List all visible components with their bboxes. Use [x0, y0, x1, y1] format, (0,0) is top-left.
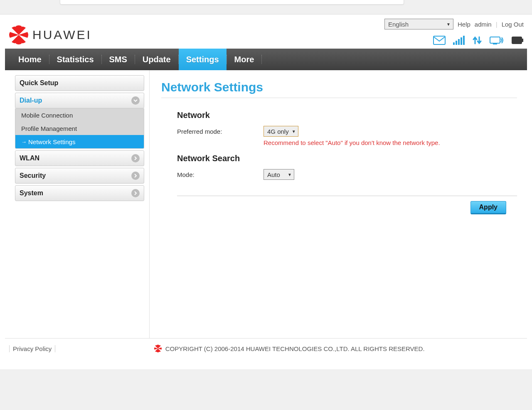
- nav-statistics[interactable]: Statistics: [49, 49, 101, 70]
- nav-update[interactable]: Update: [135, 49, 178, 70]
- sidebar-wlan[interactable]: WLAN: [15, 150, 144, 166]
- sidebar-dialup[interactable]: Dial-up: [15, 93, 144, 108]
- nav-more[interactable]: More: [227, 49, 262, 70]
- sidebar-security[interactable]: Security: [15, 168, 144, 184]
- nav-home[interactable]: Home: [11, 49, 49, 70]
- apply-button[interactable]: Apply: [470, 201, 506, 214]
- svg-rect-6: [490, 37, 500, 43]
- chevron-right-icon: [131, 154, 140, 162]
- sidebar-system[interactable]: System: [15, 185, 144, 201]
- signal-icon: [453, 36, 465, 45]
- language-value: English: [388, 21, 409, 28]
- brand-logo: HUAWEI: [8, 25, 92, 45]
- preferred-mode-label: Preferred mode:: [177, 128, 264, 135]
- huawei-logo-icon: [8, 25, 29, 45]
- svg-rect-1: [453, 42, 455, 45]
- main-nav: Home Statistics SMS Update Settings More: [5, 49, 527, 70]
- help-link[interactable]: Help: [458, 21, 470, 28]
- huawei-logo-icon: [154, 344, 162, 353]
- language-select[interactable]: English: [384, 19, 453, 29]
- sidebar-mobile-connection[interactable]: Mobile Connection: [15, 108, 144, 122]
- privacy-policy-link[interactable]: Privacy Policy: [9, 345, 55, 352]
- svg-rect-2: [456, 41, 457, 45]
- sidebar-network-settings[interactable]: Network Settings: [15, 135, 144, 148]
- sidebar-label: Quick Setup: [20, 79, 58, 87]
- network-search-section-title: Network Search: [177, 154, 517, 163]
- svg-rect-7: [493, 44, 497, 44]
- mode-value: Auto: [267, 171, 280, 178]
- svg-rect-9: [513, 38, 521, 43]
- header: HUAWEI English Help admin | Log Out: [0, 14, 532, 49]
- sidebar-profile-management[interactable]: Profile Management: [15, 122, 144, 135]
- logout-link[interactable]: Log Out: [502, 21, 524, 28]
- browser-omnibox[interactable]: [60, 0, 404, 5]
- data-transfer-icon: [472, 35, 482, 45]
- user-label: admin: [475, 21, 492, 28]
- chevron-down-icon: [131, 96, 140, 105]
- preferred-mode-hint: Recommend to select "Auto" if you don't …: [264, 139, 517, 146]
- nav-sms[interactable]: SMS: [102, 49, 135, 70]
- main-content: Network Settings Network Preferred mode:…: [150, 70, 527, 338]
- svg-rect-0: [433, 36, 445, 44]
- nav-settings[interactable]: Settings: [179, 49, 227, 70]
- sidebar-label: Security: [20, 172, 46, 179]
- mode-label: Mode:: [177, 171, 264, 178]
- mail-icon[interactable]: [433, 36, 446, 45]
- footer: Privacy Policy COPYRIGHT (C) 2006-2014 H…: [5, 338, 527, 369]
- sidebar-quick-setup[interactable]: Quick Setup: [15, 75, 144, 91]
- svg-rect-3: [458, 39, 460, 45]
- preferred-mode-select[interactable]: 4G only: [264, 126, 298, 137]
- chevron-right-icon: [131, 189, 140, 197]
- sidebar: Quick Setup Dial-up Mobile Connection Pr…: [5, 70, 150, 338]
- copyright-text: COPYRIGHT (C) 2006-2014 HUAWEI TECHNOLOG…: [165, 345, 425, 352]
- preferred-mode-value: 4G only: [267, 128, 289, 135]
- svg-rect-5: [463, 36, 465, 45]
- svg-rect-4: [461, 37, 462, 45]
- network-section-title: Network: [177, 110, 517, 120]
- svg-rect-10: [522, 39, 523, 42]
- wifi-icon: [490, 36, 504, 45]
- content-divider: [177, 196, 517, 196]
- brand-text: HUAWEI: [32, 28, 92, 42]
- sidebar-label: WLAN: [20, 155, 39, 162]
- mode-select[interactable]: Auto: [264, 169, 294, 180]
- battery-icon: [511, 36, 524, 44]
- sidebar-label: System: [20, 189, 43, 197]
- chevron-right-icon: [131, 172, 140, 180]
- page-title: Network Settings: [161, 80, 517, 98]
- sidebar-label: Dial-up: [20, 97, 42, 104]
